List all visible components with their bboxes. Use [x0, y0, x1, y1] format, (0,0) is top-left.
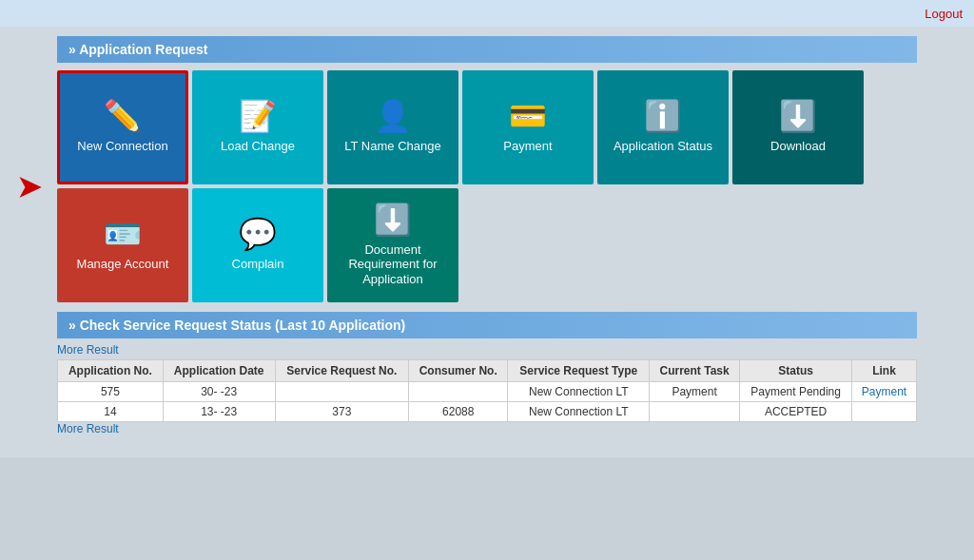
tile-new-connection[interactable]: ✏️ New Connection: [57, 70, 188, 184]
complain-icon: 💬: [239, 219, 277, 249]
main-content: » Application Request ➤ ✏️ New Connectio…: [0, 27, 974, 448]
cell-link-empty: [852, 402, 917, 422]
cell-status: ACCEPTED: [740, 402, 852, 422]
complain-label: Complain: [232, 257, 284, 272]
tile-document-requirement[interactable]: ⬇️ Document Requirement for Application: [327, 188, 458, 302]
cell-service-req-type: New Connection LT: [508, 382, 650, 402]
lt-name-change-label: LT Name Change: [344, 139, 440, 154]
app-request-title: » Application Request: [68, 42, 208, 57]
application-status-label: Application Status: [614, 139, 712, 154]
service-request-header: » Check Service Request Status (Last 10 …: [57, 312, 917, 338]
col-service-req-type: Service Request Type: [508, 360, 650, 382]
download-icon: ⬇️: [779, 101, 817, 131]
arrow-indicator: ➤: [17, 170, 41, 203]
cell-status: Payment Pending: [740, 382, 852, 402]
document-requirement-icon: ⬇️: [374, 204, 412, 235]
logout-link[interactable]: Logout: [925, 7, 963, 21]
col-current-task: Current Task: [650, 360, 740, 382]
service-request-table: Application No. Application Date Service…: [57, 359, 917, 422]
new-connection-label: New Connection: [77, 139, 167, 154]
lt-name-change-icon: 👤: [374, 101, 412, 131]
payment-link[interactable]: Payment: [862, 385, 906, 398]
cell-app-date: 30- -23: [163, 382, 275, 402]
tile-complain[interactable]: 💬 Complain: [192, 188, 323, 302]
payment-label: Payment: [503, 139, 552, 154]
cell-service-req-no: 373: [275, 402, 408, 422]
tiles-row-1: ✏️ New Connection 📝 Load Change 👤 LT Nam…: [57, 70, 917, 184]
cell-service-req-no: [275, 382, 408, 402]
table-row: 14 13- -23 373 62088 New Connection LT A…: [58, 402, 917, 422]
col-app-no: Application No.: [58, 360, 164, 382]
tile-load-change[interactable]: 📝 Load Change: [192, 70, 323, 184]
cell-link[interactable]: Payment: [852, 382, 917, 402]
tiles-wrapper: ➤ ✏️ New Connection 📝 Load Change 👤 LT N…: [57, 70, 917, 302]
col-link: Link: [852, 360, 917, 382]
cell-consumer-no: [408, 382, 507, 402]
cell-app-no: 14: [58, 402, 164, 422]
col-app-date: Application Date: [163, 360, 275, 382]
application-status-icon: ℹ️: [644, 101, 682, 131]
payment-icon: 💳: [509, 101, 547, 131]
col-service-req-no: Service Request No.: [275, 360, 408, 382]
cell-app-date: 13- -23: [163, 402, 275, 422]
tile-lt-name-change[interactable]: 👤 LT Name Change: [327, 70, 458, 184]
tile-manage-account[interactable]: 🪪 Manage Account: [57, 188, 188, 302]
top-bar: Logout: [0, 0, 974, 27]
more-result-top-link[interactable]: More Result: [57, 343, 917, 357]
load-change-label: Load Change: [221, 139, 295, 154]
col-consumer-no: Consumer No.: [408, 360, 507, 382]
download-label: Download: [770, 139, 826, 154]
tiles-container: ✏️ New Connection 📝 Load Change 👤 LT Nam…: [57, 70, 917, 302]
app-request-header: » Application Request: [57, 36, 917, 63]
manage-account-icon: 🪪: [104, 219, 142, 249]
document-requirement-label: Document Requirement for Application: [337, 242, 449, 287]
service-request-title: » Check Service Request Status (Last 10 …: [68, 318, 405, 333]
load-change-icon: 📝: [239, 101, 277, 131]
cell-app-no: 575: [58, 382, 164, 402]
cell-current-task: Payment: [650, 382, 740, 402]
col-status: Status: [740, 360, 852, 382]
tile-application-status[interactable]: ℹ️ Application Status: [597, 70, 729, 184]
cell-service-req-type: New Connection LT: [508, 402, 650, 422]
service-request-section: » Check Service Request Status (Last 10 …: [57, 312, 917, 435]
bottom-area: [0, 457, 974, 560]
more-result-bottom-link[interactable]: More Result: [57, 422, 917, 435]
table-header-row: Application No. Application Date Service…: [58, 360, 917, 382]
cell-current-task: [650, 402, 740, 422]
tiles-row-2: 🪪 Manage Account 💬 Complain ⬇️ Document …: [57, 188, 917, 302]
new-connection-icon: ✏️: [104, 101, 142, 131]
tile-payment[interactable]: 💳 Payment: [462, 70, 594, 184]
cell-consumer-no: 62088: [408, 402, 507, 422]
table-row: 575 30- -23 New Connection LT Payment Pa…: [58, 382, 917, 402]
manage-account-label: Manage Account: [77, 257, 169, 272]
tile-download[interactable]: ⬇️ Download: [732, 70, 864, 184]
